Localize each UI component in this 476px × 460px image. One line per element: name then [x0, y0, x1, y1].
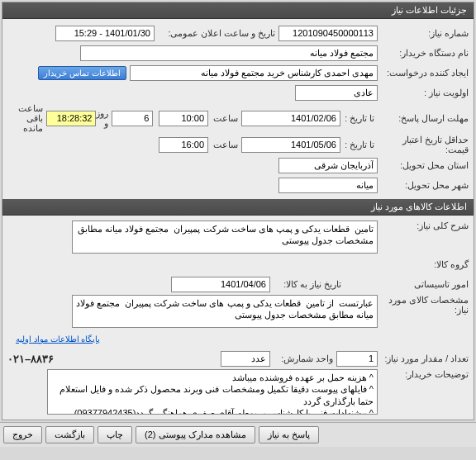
- qty-field[interactable]: [336, 351, 378, 367]
- need-details-panel: جزئیات اطلاعات نیاز شماره نیاز: تاریخ و …: [2, 2, 474, 420]
- priority-label: اولویت نیاز :: [378, 88, 469, 97]
- need-date-field[interactable]: [171, 277, 270, 292]
- need-no-label: شماره نیاز:: [378, 28, 469, 38]
- province-field[interactable]: [278, 158, 378, 173]
- announce-label: تاریخ و ساعت اعلان عمومی:: [155, 28, 278, 38]
- requester-field[interactable]: [130, 65, 378, 81]
- city-field[interactable]: [278, 178, 378, 193]
- until-label-2: تا تاریخ :: [340, 140, 378, 149]
- time-label-1: ساعت: [208, 113, 241, 123]
- price-valid-label: حداقل تاریخ اعتبار قیمت:: [378, 135, 469, 154]
- spec-label: مشخصات کالای مورد نیاز:: [378, 295, 469, 315]
- countdown-field: [46, 111, 96, 126]
- reply-deadline-label: مهلت ارسال پاسخ:: [378, 113, 469, 123]
- summary-field[interactable]: [72, 221, 378, 254]
- buyer-label: نام دستگاه خریدار:: [378, 48, 469, 58]
- establish-label: امور تاسیساتی: [378, 279, 469, 289]
- city-label: شهر محل تحویل:: [378, 180, 469, 190]
- summary-label: شرح کلی نیاز:: [378, 221, 469, 230]
- reply-button[interactable]: پاسخ به نیاز: [259, 426, 319, 443]
- need-date-label: تاریخ نیاز به کالا:: [270, 279, 345, 289]
- back-button[interactable]: بازگشت: [45, 426, 94, 443]
- materials-db-link[interactable]: پایگاه اطلاعات مواد اولیه: [16, 334, 100, 344]
- phone-text: ۸۸۳۶–۰۲۱: [7, 353, 54, 365]
- goods-title: اطلاعات کالاهای مورد نیاز: [371, 202, 467, 211]
- group-label: گروه کالا:: [378, 259, 469, 269]
- goods-header: اطلاعات کالاهای مورد نیاز: [2, 199, 474, 216]
- spec-field[interactable]: [72, 295, 378, 328]
- announce-field[interactable]: [55, 26, 155, 41]
- footer-bar: پاسخ به نیاز مشاهده مدارک پیوستی (2) چاپ…: [0, 422, 476, 447]
- province-label: استان محل تحویل:: [378, 160, 469, 170]
- buyer-field[interactable]: [80, 45, 378, 61]
- notes-label: توضیحات خریدار:: [378, 369, 469, 379]
- unit-field[interactable]: [221, 351, 270, 367]
- goods-body: شرح کلی نیاز: گروه کالا: امور تاسیساتی ت…: [2, 216, 474, 420]
- price-valid-date-field[interactable]: [241, 137, 340, 153]
- time-label-2: ساعت: [208, 140, 241, 149]
- qty-label: تعداد / مقدار مورد نیاز:: [378, 353, 469, 363]
- panel-title: جزئیات اطلاعات نیاز: [392, 5, 467, 15]
- days-field[interactable]: [112, 111, 153, 126]
- need-no-field[interactable]: [278, 26, 378, 41]
- priority-field[interactable]: [295, 85, 378, 101]
- until-label: تا تاریخ :: [340, 113, 378, 123]
- attachments-button[interactable]: مشاهده مدارک پیوستی (2): [136, 426, 255, 443]
- panel-header: جزئیات اطلاعات نیاز: [2, 2, 474, 19]
- exit-button[interactable]: خروج: [3, 426, 42, 443]
- unit-label: واحد شمارش:: [270, 353, 336, 363]
- notes-field[interactable]: [47, 369, 378, 415]
- days-label: روز و: [96, 108, 112, 128]
- requester-label: ایجاد کننده درخواست:: [378, 68, 469, 78]
- reply-time-field[interactable]: [159, 111, 208, 126]
- remaining-label: ساعت باقی مانده: [7, 103, 46, 133]
- reply-date-field[interactable]: [241, 111, 340, 126]
- print-button[interactable]: چاپ: [98, 426, 132, 443]
- info-body: شماره نیاز: تاریخ و ساعت اعلان عمومی: نا…: [2, 19, 474, 199]
- price-valid-time-field[interactable]: [159, 137, 208, 153]
- contact-button[interactable]: اطلاعات تماس خریدار: [38, 66, 126, 80]
